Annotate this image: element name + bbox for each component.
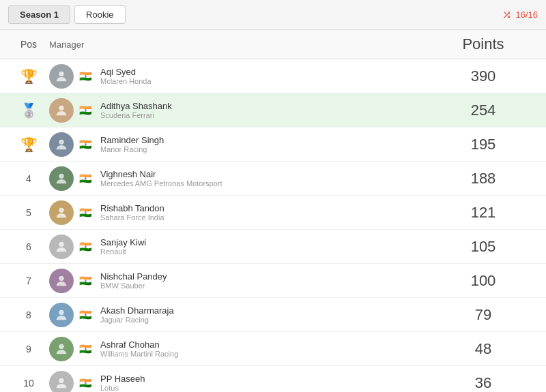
manager-info: Akash Dharmaraja Jaguar Racing [100, 305, 174, 324]
table-body: 🏆 🇮🇳 Aqi Syed Mclaren Honda 390 🥈 🇮🇳 Adi… [0, 59, 546, 392]
table-row[interactable]: 5 🇮🇳 Rishabh Tandon Sahara Force India 1… [0, 196, 546, 230]
avatar [49, 132, 74, 157]
avatar [49, 303, 74, 327]
avatar [49, 98, 74, 123]
manager-info: Sanjay Kiwi Renault [100, 237, 146, 256]
col-points: 390 [429, 67, 538, 85]
flag-icon: 🇮🇳 [79, 70, 92, 82]
avatar [49, 337, 74, 361]
manager-name: Vighnesh Nair [100, 169, 222, 179]
tab-rookie[interactable]: Rookie [74, 5, 125, 24]
position-number: 7 [26, 275, 31, 286]
position-number: 6 [26, 241, 31, 252]
manager-info: Raminder Singh Manor Racing [100, 135, 164, 153]
manager-info: Ashraf Chohan Williams Martini Racing [100, 340, 178, 358]
svg-point-0 [59, 71, 63, 76]
col-manager: 🇮🇳 Rishabh Tandon Sahara Force India [49, 200, 429, 225]
tab-season1[interactable]: Season 1 [8, 5, 70, 24]
svg-point-1 [59, 105, 63, 110]
manager-name: PP Haseeh [100, 374, 145, 384]
tabs: Season 1 Rookie [8, 5, 126, 24]
flag-icon: 🇮🇳 [79, 207, 92, 219]
svg-point-8 [59, 344, 63, 348]
manager-name: Ashraf Chohan [100, 340, 178, 350]
manager-team: Jaguar Racing [100, 316, 174, 324]
col-pos: 7 [8, 275, 49, 286]
col-pos: 10 [8, 378, 49, 389]
table-row[interactable]: 🏆 🇮🇳 Raminder Singh Manor Racing 195 [0, 127, 546, 162]
manager-team: Manor Racing [100, 145, 164, 153]
col-pos: 🏆 [8, 136, 49, 153]
col-points: 79 [429, 306, 538, 324]
col-points: 188 [429, 170, 538, 187]
table-header: Pos Manager Points [0, 30, 546, 59]
table-row[interactable]: 🥈 🇮🇳 Adithya Shashank Scuderia Ferrari 2… [0, 93, 546, 127]
col-pos: 5 [8, 207, 49, 218]
svg-point-3 [59, 173, 63, 178]
col-points: 121 [429, 204, 538, 222]
svg-point-6 [59, 275, 63, 280]
col-points: 36 [429, 374, 538, 392]
table-row[interactable]: 10 🇮🇳 PP Haseeh Lotus 36 [0, 366, 546, 392]
trophy-silver-icon: 🥈 [20, 102, 38, 119]
position-number: 4 [26, 173, 31, 184]
avatar [49, 166, 74, 191]
manager-info: Aqi Syed Mclaren Honda [100, 67, 152, 85]
manager-name: Nishchal Pandey [100, 271, 167, 282]
col-manager: 🇮🇳 Nishchal Pandey BMW Sauber [49, 269, 429, 293]
flag-icon: 🇮🇳 [79, 275, 92, 287]
shuffle-icon[interactable]: ⤮ [502, 8, 511, 21]
table-row[interactable]: 4 🇮🇳 Vighnesh Nair Mercedes AMG Petronas… [0, 162, 546, 196]
col-points: 48 [429, 340, 538, 358]
manager-name: Sanjay Kiwi [100, 237, 146, 247]
manager-team: BMW Sauber [100, 282, 167, 290]
col-pos: 🥈 [8, 102, 49, 119]
table-row[interactable]: 8 🇮🇳 Akash Dharmaraja Jaguar Racing 79 [0, 298, 546, 332]
manager-team: Sahara Force India [100, 213, 164, 222]
svg-point-2 [59, 139, 63, 144]
table-row[interactable]: 9 🇮🇳 Ashraf Chohan Williams Martini Raci… [0, 332, 546, 366]
avatar [49, 64, 74, 89]
avatar [49, 235, 74, 259]
col-manager: 🇮🇳 Aqi Syed Mclaren Honda [49, 64, 429, 89]
header-manager: Manager [49, 35, 429, 53]
flag-icon: 🇮🇳 [79, 172, 92, 185]
header-pos: Pos [8, 35, 49, 53]
col-manager: 🇮🇳 PP Haseeh Lotus [49, 371, 429, 393]
manager-team: Scuderia Ferrari [100, 111, 172, 119]
manager-info: Vighnesh Nair Mercedes AMG Petronas Moto… [100, 169, 222, 187]
table-row[interactable]: 🏆 🇮🇳 Aqi Syed Mclaren Honda 390 [0, 59, 546, 93]
table-row[interactable]: 6 🇮🇳 Sanjay Kiwi Renault 105 [0, 230, 546, 264]
svg-point-5 [59, 241, 63, 246]
manager-info: Adithya Shashank Scuderia Ferrari [100, 101, 172, 119]
position-number: 8 [26, 310, 31, 320]
manager-team: Mercedes AMG Petronas Motorsport [100, 179, 222, 187]
manager-team: Mclaren Honda [100, 77, 152, 85]
trophy-gold-icon: 🏆 [20, 68, 38, 85]
avatar [49, 269, 74, 293]
col-points: 254 [429, 102, 538, 119]
manager-team: Renault [100, 247, 146, 256]
col-pos: 🏆 [8, 68, 49, 85]
manager-name: Aqi Syed [100, 67, 152, 77]
trophy-bronze-icon: 🏆 [20, 136, 38, 153]
col-pos: 8 [8, 310, 49, 320]
pagination-text: 16/16 [515, 10, 538, 20]
avatar [49, 200, 74, 225]
svg-point-9 [59, 378, 63, 382]
col-manager: 🇮🇳 Adithya Shashank Scuderia Ferrari [49, 98, 429, 123]
flag-icon: 🇮🇳 [79, 104, 92, 117]
col-manager: 🇮🇳 Ashraf Chohan Williams Martini Racing [49, 337, 429, 361]
manager-info: Rishabh Tandon Sahara Force India [100, 203, 164, 222]
col-manager: 🇮🇳 Akash Dharmaraja Jaguar Racing [49, 303, 429, 327]
manager-name: Adithya Shashank [100, 101, 172, 111]
col-pos: 6 [8, 241, 49, 252]
flag-icon: 🇮🇳 [79, 241, 92, 253]
position-number: 5 [26, 207, 31, 218]
flag-icon: 🇮🇳 [79, 343, 92, 355]
col-manager: 🇮🇳 Vighnesh Nair Mercedes AMG Petronas M… [49, 166, 429, 191]
manager-name: Rishabh Tandon [100, 203, 164, 213]
svg-point-7 [59, 310, 63, 314]
table-row[interactable]: 7 🇮🇳 Nishchal Pandey BMW Sauber 100 [0, 264, 546, 298]
flag-icon: 🇮🇳 [79, 309, 92, 321]
